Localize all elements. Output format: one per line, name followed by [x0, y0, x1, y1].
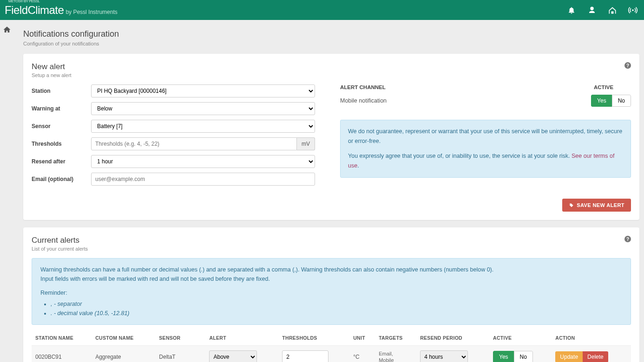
alert-channel-panel: ALERT CHANNEL ACTIVE Mobile notification…: [340, 84, 631, 190]
thresholds-input[interactable]: [91, 137, 297, 150]
help-icon[interactable]: ?: [624, 62, 631, 69]
mobile-no-button[interactable]: No: [612, 95, 631, 107]
label-sensor: Sensor: [32, 123, 91, 129]
th-sensor: SENSOR: [155, 330, 205, 346]
new-alert-card: New alert Setup a new alert ? Station PI…: [23, 54, 639, 220]
label-resend: Resend after: [32, 158, 91, 165]
current-alerts-title: Current alerts: [32, 236, 88, 245]
sidebar: [0, 20, 14, 362]
delete-button[interactable]: Delete: [583, 351, 608, 362]
reminder-bullet-2: . - decimal value (10.5, -12.81): [51, 309, 622, 318]
tag-icon: [569, 203, 574, 208]
resend-select[interactable]: 4 hours: [420, 350, 468, 362]
station-icon[interactable]: [608, 6, 617, 15]
resend-select[interactable]: 1 hour: [91, 155, 315, 168]
cell-station: 0020BC91: [32, 346, 92, 362]
action-buttons: UpdateDelete: [555, 351, 608, 362]
channel-header: ALERT CHANNEL: [340, 84, 580, 90]
svg-point-0: [632, 9, 634, 11]
alert-select[interactable]: Above: [209, 350, 257, 362]
label-station: Station: [32, 88, 91, 94]
brand-logo: METOS® BY PESSL FieldClimate: [5, 4, 64, 17]
user-icon[interactable]: [587, 6, 597, 15]
table-row: 0020BC91 Aggregate DeltaT Above °C Email…: [32, 346, 631, 362]
cell-unit: °C: [349, 346, 375, 362]
home-icon[interactable]: [3, 26, 11, 34]
th-targets: TARGETS: [375, 330, 416, 346]
sensor-select[interactable]: Battery [7]: [91, 120, 315, 133]
threshold-input[interactable]: [282, 350, 329, 362]
help-icon[interactable]: ?: [624, 236, 631, 242]
mobile-notification-label: Mobile notification: [340, 97, 387, 104]
new-alert-subtitle: Setup a new alert: [32, 72, 72, 78]
threshold-unit: mV: [297, 137, 315, 150]
th-alert: ALERT: [205, 330, 278, 346]
save-new-alert-button[interactable]: SAVE NEW ALERT: [562, 199, 631, 212]
th-unit: UNIT: [349, 330, 375, 346]
active-no-button[interactable]: No: [514, 351, 533, 362]
page-title: Notifications configuration: [23, 29, 639, 39]
brand-name: FieldClimate: [5, 4, 64, 16]
th-action: ACTION: [552, 330, 631, 346]
new-alert-form: Station PI HQ Backyard [00000146] Warnin…: [32, 84, 315, 190]
bell-icon[interactable]: [567, 6, 576, 15]
brand-small: METOS® BY PESSL: [8, 0, 39, 3]
th-custom: CUSTOM NAME: [92, 330, 155, 346]
email-input[interactable]: [91, 173, 315, 186]
alerts-reminder-label: Reminder:: [40, 288, 622, 297]
th-active: ACTIVE: [489, 330, 552, 346]
cell-sensor: DeltaT: [155, 346, 205, 362]
th-thresholds: THRESHOLDS: [278, 330, 349, 346]
reminder-bullet-1: , - separator: [51, 299, 622, 309]
brand: METOS® BY PESSL FieldClimate by Pessl In…: [5, 4, 118, 17]
disclaimer-line2: You expressly agree that your use of, or…: [348, 153, 572, 159]
save-button-label: SAVE NEW ALERT: [577, 202, 624, 208]
alerts-info-box: Warning thresholds can have a full numbe…: [32, 258, 631, 325]
label-warning: Warning at: [32, 105, 91, 112]
broadcast-icon[interactable]: [628, 6, 637, 15]
mobile-active-toggle: Yes No: [591, 95, 631, 107]
update-button[interactable]: Update: [555, 351, 583, 362]
station-select[interactable]: PI HQ Backyard [00000146]: [91, 84, 315, 97]
mobile-yes-button[interactable]: Yes: [591, 95, 612, 107]
warning-select[interactable]: Below: [91, 102, 315, 115]
brand-byline: by Pessl Instruments: [66, 9, 117, 15]
disclaimer-box: We do not guarantee, represent or warran…: [340, 120, 631, 178]
th-station: STATION NAME: [32, 330, 92, 346]
new-alert-title: New alert: [32, 62, 72, 71]
top-bar: METOS® BY PESSL FieldClimate by Pessl In…: [0, 0, 644, 20]
active-toggle: YesNo: [493, 351, 533, 362]
current-alerts-card: Current alerts List of your current aler…: [23, 227, 639, 362]
current-alerts-subtitle: List of your current alerts: [32, 246, 88, 252]
alerts-info-line1: Warning thresholds can have a full numbe…: [40, 265, 622, 274]
topbar-icons: [567, 6, 637, 15]
active-header: ACTIVE: [594, 84, 631, 90]
cell-targets: Email,Mobile: [379, 350, 413, 362]
cell-custom: Aggregate: [92, 346, 155, 362]
alerts-info-line2: Input fields with errors will be marked …: [40, 274, 622, 284]
alerts-table: STATION NAME CUSTOM NAME SENSOR ALERT TH…: [32, 330, 631, 362]
disclaimer-line1: We do not guarantee, represent or warran…: [348, 127, 623, 147]
th-resend: RESEND PERIOD: [416, 330, 489, 346]
page-subtitle: Configuration of your notifications: [23, 41, 639, 46]
page-header: Notifications configuration Configuratio…: [23, 29, 639, 46]
label-email: Email (optional): [32, 176, 91, 182]
active-yes-button[interactable]: Yes: [493, 351, 514, 362]
label-thresholds: Thresholds: [32, 141, 91, 147]
